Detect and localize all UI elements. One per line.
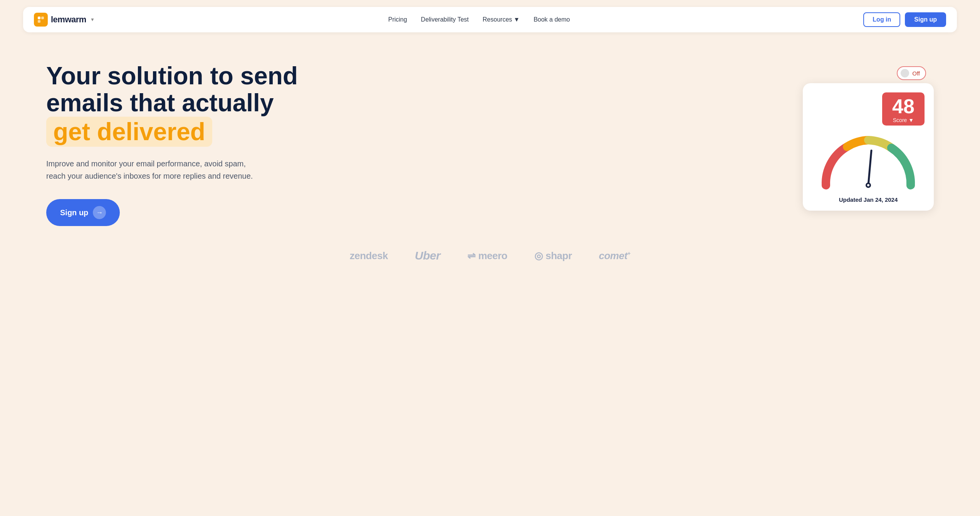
svg-line-3 — [868, 151, 871, 185]
gauge-widget: Off 48 Score ▼ — [803, 66, 934, 211]
logo-comet: comet+ — [599, 250, 631, 262]
gauge-updated-text: Updated Jan 24, 2024 — [812, 196, 925, 203]
score-badge-wrapper: 48 Score ▼ — [812, 92, 925, 126]
logo-uber: Uber — [415, 249, 440, 262]
signup-button-hero[interactable]: Sign up → — [46, 199, 120, 226]
score-badge: 48 Score ▼ — [882, 92, 925, 126]
logo-icon — [34, 13, 48, 27]
signup-button-nav[interactable]: Sign up — [905, 12, 946, 27]
svg-rect-0 — [38, 17, 40, 19]
logo-meero: ⇌ meero — [467, 250, 507, 262]
signup-arrow-icon: → — [93, 206, 106, 219]
toggle-knob — [901, 69, 909, 77]
nav-actions: Log in Sign up — [863, 12, 946, 27]
brand-dropdown-arrow[interactable]: ▼ — [90, 17, 95, 22]
svg-rect-1 — [41, 17, 44, 19]
navbar: lemwarm ▼ Pricing Deliverability Test Re… — [23, 7, 957, 32]
login-button[interactable]: Log in — [863, 12, 900, 27]
score-number: 48 — [890, 96, 917, 116]
nav-link-demo[interactable]: Book a demo — [534, 16, 570, 23]
logo-zendesk: zendesk — [350, 250, 388, 262]
logo-shapr: ◎ shapr — [534, 250, 572, 262]
hero-section: Your solution to send emails that actual… — [0, 39, 980, 241]
nav-link-resources[interactable]: Resources ▼ — [483, 16, 520, 23]
score-dropdown-arrow[interactable]: ▼ — [908, 117, 914, 123]
gauge-svg — [812, 129, 925, 191]
toggle-row: Off — [803, 66, 926, 80]
logos-row: zendesk Uber ⇌ meero ◎ shapr comet+ — [0, 241, 980, 278]
nav-link-pricing[interactable]: Pricing — [388, 16, 407, 23]
hero-content: Your solution to send emails that actual… — [46, 62, 300, 226]
brand-name: lemwarm — [51, 15, 86, 25]
resources-dropdown-arrow: ▼ — [513, 16, 520, 23]
gauge-card: 48 Score ▼ — [803, 83, 934, 211]
svg-rect-2 — [38, 20, 40, 23]
svg-point-5 — [867, 184, 869, 186]
nav-brand-group: lemwarm ▼ — [34, 13, 95, 27]
toggle-switch[interactable]: Off — [897, 66, 926, 80]
nav-links: Pricing Deliverability Test Resources ▼ … — [388, 16, 570, 23]
toggle-label: Off — [912, 70, 920, 77]
hero-headline: Your solution to send emails that actual… — [46, 62, 300, 147]
score-label: Score ▼ — [890, 117, 917, 123]
nav-link-deliverability[interactable]: Deliverability Test — [421, 16, 469, 23]
hero-subtext: Improve and monitor your email performan… — [46, 157, 254, 182]
hero-highlight: get delivered — [46, 117, 212, 147]
